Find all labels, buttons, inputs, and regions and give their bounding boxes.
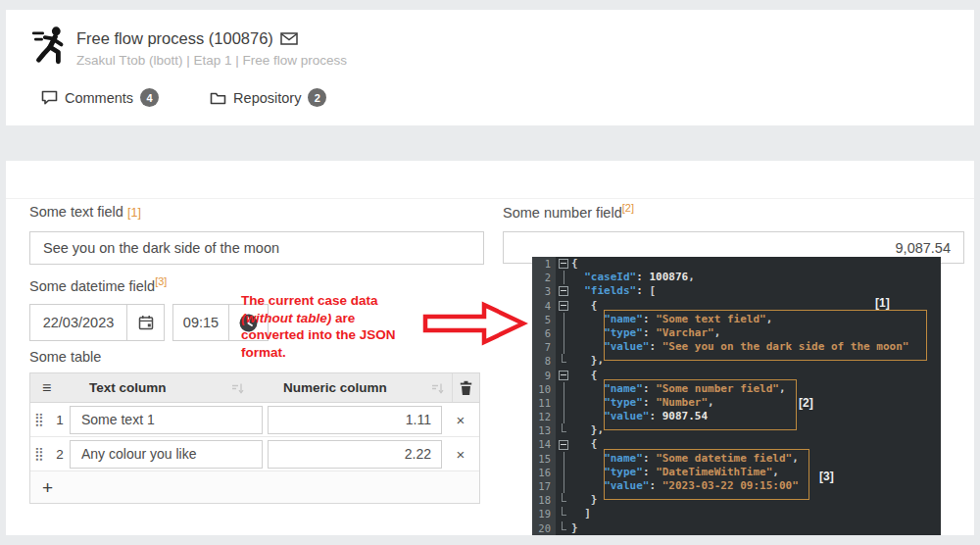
fold-guide (556, 382, 571, 396)
fold-toggle-icon[interactable] (556, 369, 571, 382)
field-marker-3: [3] (155, 275, 167, 287)
drag-handle-icon[interactable]: ⣿ (34, 415, 50, 424)
fold-guide (556, 410, 571, 423)
code-text: } (571, 521, 578, 535)
table-row: ⣿ 1 × (30, 403, 479, 437)
fold-guide (556, 271, 571, 284)
fold-guide (556, 507, 571, 520)
table-row: ⣿ 2 × (30, 437, 479, 471)
code-text: }, (571, 354, 604, 368)
highlight-box-3 (604, 449, 809, 500)
tab-repository[interactable]: Repository 2 (210, 88, 326, 107)
row-numeric-input[interactable] (268, 406, 442, 434)
fold-guide (556, 313, 571, 326)
datetime-field-label: Some datetime field[3] (29, 275, 167, 294)
tab-comments-label: Comments (65, 90, 133, 106)
text-field-input[interactable] (29, 231, 484, 265)
envelope-icon[interactable] (280, 32, 298, 45)
line-number: 15 (532, 452, 556, 466)
line-number: 12 (532, 410, 556, 423)
line-number: 8 (532, 354, 556, 368)
add-row-button[interactable]: + (34, 478, 53, 497)
trash-icon[interactable] (459, 380, 473, 396)
sort-icon[interactable] (231, 382, 244, 394)
calendar-button[interactable] (127, 304, 165, 341)
tab-repository-label: Repository (233, 90, 301, 106)
highlight-box-2 (604, 379, 797, 430)
fold-guide (556, 452, 571, 466)
header-tabs: Comments 4 Repository 2 (41, 88, 326, 107)
delete-row-button[interactable]: × (442, 446, 479, 463)
row-text-input[interactable] (70, 440, 263, 469)
sort-icon[interactable] (431, 382, 444, 394)
highlight-label-2: [2] (799, 396, 813, 410)
json-code-editor[interactable]: 1{2 "caseId": 100876,3 "fields": [4 {5 "… (532, 257, 941, 535)
fold-guide (556, 521, 571, 535)
line-number: 9 (532, 369, 556, 382)
field-marker-1: [1] (127, 206, 141, 220)
fold-toggle-icon[interactable] (556, 257, 571, 271)
line-number: 16 (532, 466, 556, 479)
date-input[interactable]: 22/03/2023 (29, 304, 127, 341)
fold-guide (556, 354, 571, 368)
code-text: { (571, 437, 598, 451)
app-window: Free flow process (100876) Zsakul Ttob (… (0, 0, 980, 545)
case-header-panel: Free flow process (100876) Zsakul Ttob (… (6, 10, 974, 125)
row-text-input[interactable] (70, 406, 263, 434)
fold-guide (556, 423, 571, 437)
line-number: 7 (532, 340, 556, 354)
line-number: 18 (532, 493, 556, 507)
column-header-text[interactable]: Text column (89, 380, 167, 395)
code-text: } (571, 493, 598, 507)
field-marker-2: [2] (622, 202, 634, 214)
code-line: 2 "caseId": 100876, (532, 271, 941, 284)
drag-handle-icon[interactable]: ⣿ (34, 449, 50, 459)
line-number: 14 (532, 437, 556, 451)
code-line: 1{ (532, 257, 941, 271)
fold-guide (556, 493, 571, 507)
line-number: 13 (532, 423, 556, 437)
code-text: }, (571, 423, 604, 437)
hamburger-menu-icon[interactable]: ≡ (42, 379, 51, 396)
row-numeric-input[interactable] (268, 440, 442, 469)
column-header-numeric[interactable]: Numeric column (283, 380, 387, 395)
fold-guide (556, 340, 571, 354)
fold-guide (556, 466, 571, 479)
line-number: 1 (532, 257, 556, 271)
delete-row-button[interactable]: × (442, 412, 479, 428)
page-title: Free flow process (100876) (76, 29, 273, 48)
table-footer-row: + (30, 471, 479, 503)
line-number: 17 (532, 479, 556, 493)
fold-toggle-icon[interactable] (556, 437, 571, 451)
folder-icon (210, 91, 226, 105)
comments-count-badge: 4 (140, 88, 159, 107)
line-number: 3 (532, 284, 556, 298)
fold-guide (556, 396, 571, 410)
line-number: 10 (532, 382, 556, 396)
table-label: Some table (29, 349, 101, 365)
row-index: 1 (50, 413, 70, 427)
code-text: "caseId": 100876, (571, 271, 695, 284)
tab-comments[interactable]: Comments 4 (41, 88, 159, 107)
table-header-row: ≡ Text column Numeric column (30, 373, 479, 403)
line-number: 20 (532, 521, 556, 535)
code-text: ] (571, 507, 591, 520)
time-input[interactable]: 09:15 (172, 304, 229, 341)
fold-toggle-icon[interactable] (556, 284, 571, 298)
code-text: "fields": [ (571, 284, 656, 298)
fold-guide (556, 479, 571, 493)
annotation-note: The current case data (without table) ar… (241, 292, 417, 361)
fold-guide (556, 326, 571, 340)
line-number: 2 (532, 271, 556, 284)
row-index: 2 (50, 447, 70, 462)
highlight-label-1: [1] (875, 296, 890, 310)
highlight-box-1 (604, 310, 927, 361)
line-number: 5 (532, 313, 556, 326)
line-number: 4 (532, 299, 556, 313)
datetime-field-group: 22/03/2023 09:15 (29, 304, 269, 341)
highlight-label-3: [3] (819, 470, 834, 483)
line-number: 11 (532, 396, 556, 410)
case-subtitle: Zsakul Ttob (lbott) | Etap 1 | Free flow… (76, 53, 347, 68)
code-text: { (571, 299, 598, 313)
fold-toggle-icon[interactable] (556, 299, 571, 313)
